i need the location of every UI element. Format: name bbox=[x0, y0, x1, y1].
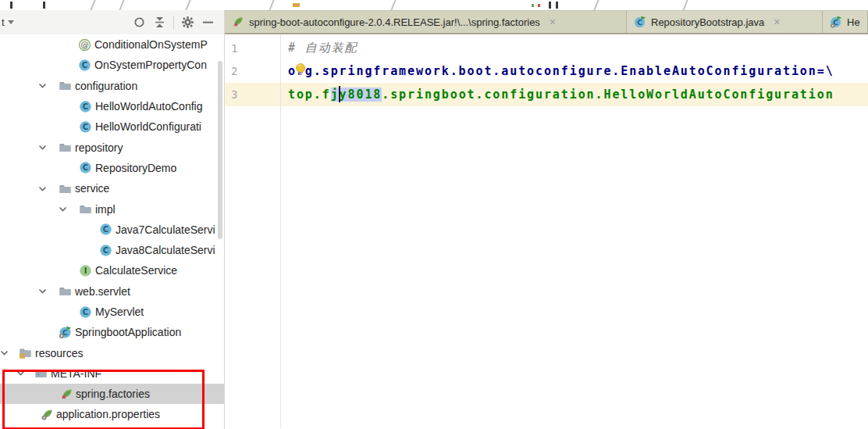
properties-key: org.springframework.boot.autoconfigure.E… bbox=[280, 64, 834, 78]
class-icon: C bbox=[79, 100, 92, 113]
clipped-glyph-fragment bbox=[10, 2, 12, 9]
tree-row-selected[interactable]: spring.factories bbox=[0, 384, 224, 404]
tree-row[interactable]: resources bbox=[0, 342, 224, 363]
svg-text:C: C bbox=[103, 246, 108, 255]
resources-folder-icon bbox=[19, 346, 32, 359]
project-tool-window: t @ bbox=[0, 10, 225, 429]
svg-text:C: C bbox=[83, 164, 88, 173]
tree-row[interactable]: C HelloWorldConfigurati bbox=[0, 116, 224, 137]
tree-row[interactable]: META-INF bbox=[0, 363, 224, 384]
tree-row[interactable]: C Java8CalculateServi bbox=[0, 240, 224, 260]
breadcrumb-separator bbox=[90, 0, 95, 10]
tree-row[interactable]: service bbox=[0, 178, 224, 198]
gutter-separator bbox=[280, 34, 281, 427]
clipped-icon-fragment bbox=[293, 3, 300, 7]
tab-label: spring-boot-autoconfigure-2.0.4.RELEASE.… bbox=[249, 16, 540, 28]
collapse-all-icon[interactable] bbox=[153, 16, 166, 29]
breadcrumb-separator bbox=[269, 0, 274, 10]
clipped-icon-fragment bbox=[538, 4, 540, 7]
chevron-down-icon[interactable] bbox=[0, 349, 9, 357]
ide-window: t @ bbox=[0, 0, 868, 429]
code-line-1[interactable]: 1 # 自动装配 bbox=[225, 37, 868, 60]
tree-item-label: OnSystemPropertyCon bbox=[94, 59, 207, 71]
spring-config-file-icon bbox=[41, 408, 54, 421]
tree-row[interactable]: C RepositoryDemo bbox=[0, 158, 224, 178]
project-view-selector[interactable]: t bbox=[0, 16, 14, 28]
tree-row[interactable]: configuration bbox=[0, 76, 224, 96]
svg-text:C: C bbox=[83, 102, 88, 111]
tree-item-label: resources bbox=[35, 347, 83, 359]
tree-row[interactable]: @ ConditionalOnSystemP bbox=[0, 34, 224, 55]
chevron-down-icon[interactable] bbox=[38, 81, 47, 90]
clipped-icon-fragment bbox=[532, 4, 534, 7]
svg-text:C: C bbox=[82, 61, 87, 70]
settings-gear-icon[interactable] bbox=[181, 16, 194, 29]
springboot-class-icon: C bbox=[59, 326, 72, 339]
svg-text:C: C bbox=[637, 19, 642, 27]
locate-file-icon[interactable] bbox=[133, 16, 146, 29]
chevron-down-icon bbox=[8, 20, 14, 24]
close-icon[interactable]: × bbox=[774, 16, 780, 28]
annotation-icon: @ bbox=[78, 38, 91, 52]
editor-tab-bar: spring-boot-autoconfigure-2.0.4.RELEASE.… bbox=[225, 10, 868, 34]
clipped-glyph-fragment bbox=[549, 2, 551, 9]
svg-text:C: C bbox=[103, 226, 108, 234]
class-icon: C bbox=[99, 244, 112, 257]
package-folder-icon bbox=[59, 141, 72, 154]
tree-row[interactable]: C OnSystemPropertyCon bbox=[0, 55, 224, 75]
svg-text:C: C bbox=[83, 308, 88, 316]
code-line-2[interactable]: 2 org.springframework.boot.autoconfigure… bbox=[225, 60, 868, 84]
tree-row[interactable]: C HelloWorldAutoConfig bbox=[0, 96, 224, 116]
code-line-3-current[interactable]: 3 top.fjy8018.springboot.configuration.H… bbox=[225, 83, 868, 106]
chevron-down-icon[interactable] bbox=[38, 184, 47, 193]
breadcrumb-separator bbox=[119, 0, 124, 10]
tree-item-label: application.properties bbox=[56, 408, 160, 420]
line-number: 1 bbox=[225, 42, 280, 55]
tree-row[interactable]: C MyServlet bbox=[0, 302, 224, 322]
chevron-down-icon[interactable] bbox=[38, 143, 47, 152]
hide-panel-icon[interactable] bbox=[201, 16, 215, 29]
package-folder-icon bbox=[34, 366, 48, 380]
tree-item-label: repository bbox=[75, 141, 123, 154]
tree-row[interactable]: web.servlet bbox=[0, 281, 224, 302]
clipped-glyph-fragment bbox=[43, 2, 45, 9]
tab-clipped[interactable]: C He bbox=[823, 11, 868, 33]
interface-icon: I bbox=[79, 264, 92, 277]
tree-scrollbar-thumb[interactable] bbox=[218, 61, 222, 239]
tree-item-label: service bbox=[75, 182, 109, 195]
editor-body[interactable]: 1 # 自动装配 2 org.springframework.boot.auto… bbox=[225, 34, 868, 427]
chevron-down-icon[interactable] bbox=[59, 205, 67, 213]
tree-row[interactable]: application.properties bbox=[0, 404, 224, 424]
chevron-down-icon[interactable] bbox=[38, 287, 47, 295]
properties-value: top.fjy8018.springboot.configuration.Hel… bbox=[280, 88, 834, 102]
tab-label: RepositoryBootstrap.java bbox=[651, 16, 764, 28]
runnable-class-icon: C bbox=[634, 16, 646, 28]
properties-comment: # 自动装配 bbox=[280, 41, 358, 55]
svg-text:I: I bbox=[84, 266, 87, 275]
tree-item-label: spring.factories bbox=[76, 388, 150, 400]
tab-spring-factories[interactable]: spring-boot-autoconfigure-2.0.4.RELEASE.… bbox=[225, 11, 627, 33]
tree-item-label: Java7CalculateServi bbox=[116, 223, 215, 236]
svg-text:@: @ bbox=[81, 41, 89, 49]
chevron-down-icon[interactable] bbox=[16, 369, 25, 377]
tree-row[interactable]: C Java7CalculateServi bbox=[0, 220, 224, 240]
close-icon[interactable]: × bbox=[550, 16, 556, 28]
tree-item-label: SpringbootApplication bbox=[75, 326, 181, 338]
package-folder-icon bbox=[79, 202, 92, 216]
tree-row[interactable]: impl bbox=[0, 198, 224, 219]
tree-row[interactable]: repository bbox=[0, 137, 224, 157]
breadcrumb-separator bbox=[390, 0, 396, 10]
package-folder-icon bbox=[59, 284, 72, 298]
tree-item-label: configuration bbox=[75, 80, 137, 92]
class-icon: C bbox=[79, 120, 92, 134]
breadcrumb-separator bbox=[185, 0, 190, 10]
class-icon: C bbox=[79, 306, 92, 319]
springboot-class-icon: C bbox=[830, 16, 842, 28]
intention-bulb-icon[interactable] bbox=[295, 63, 306, 77]
toolbar-separator bbox=[173, 16, 174, 30]
tree-row[interactable]: C SpringbootApplication bbox=[0, 322, 224, 342]
tree-row[interactable]: I CalculateService bbox=[0, 260, 224, 281]
tab-label: He bbox=[847, 16, 860, 28]
spring-file-icon bbox=[232, 16, 244, 28]
tab-repository-bootstrap[interactable]: C RepositoryBootstrap.java × bbox=[627, 11, 823, 33]
